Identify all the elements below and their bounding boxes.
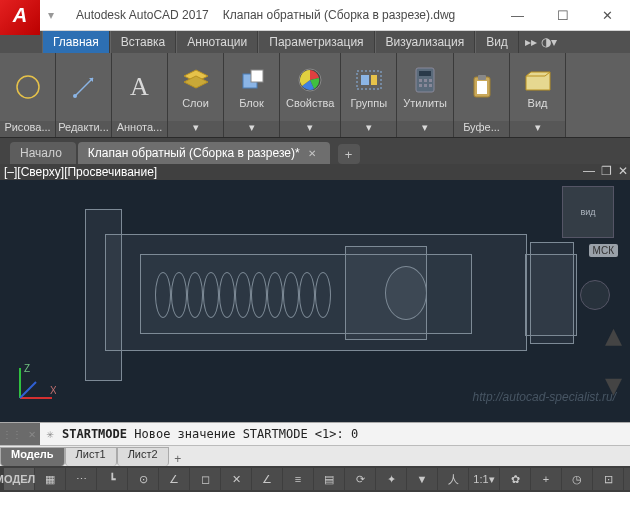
maximize-button[interactable]: ☐ [540, 1, 585, 30]
svg-line-1 [75, 78, 93, 96]
status-gear-icon[interactable]: ✿ [500, 468, 530, 490]
status-iso-icon[interactable]: ∠ [159, 468, 189, 490]
file-tab-drawing[interactable]: Клапан обратный (Сборка в разрезе)*✕ [78, 142, 330, 164]
tab-home[interactable]: Главная [42, 31, 110, 53]
status-ws-icon[interactable]: + [531, 468, 561, 490]
svg-point-3 [73, 94, 77, 98]
panel-groups: Группы ▾ [341, 53, 397, 137]
status-snap-icon[interactable]: ⋯ [66, 468, 96, 490]
status-3dosnap-icon[interactable]: ✕ [221, 468, 251, 490]
tab-insert[interactable]: Вставка [110, 31, 177, 53]
layout-tab-add[interactable]: + [169, 452, 187, 466]
panel-utilities: Утилиты ▾ [397, 53, 454, 137]
quick-access-toolbar: ▾ [48, 8, 62, 22]
svg-rect-19 [429, 84, 432, 87]
properties-button[interactable]: Свойства [282, 63, 338, 111]
draw-circle-button[interactable] [9, 70, 47, 104]
wcs-label[interactable]: МСК [589, 244, 618, 257]
svg-text:Z: Z [24, 363, 30, 374]
minimize-button[interactable]: — [495, 1, 540, 30]
ucs-icon[interactable]: X Z [10, 362, 56, 408]
panel-modify: Редакти... [56, 53, 112, 137]
layout-tab-model[interactable]: Модель [0, 447, 65, 466]
ribbon-tabs: Главная Вставка Аннотации Параметризация… [0, 31, 630, 53]
layout-tab-sheet1[interactable]: Лист1 [65, 447, 117, 466]
status-polar-icon[interactable]: ⊙ [128, 468, 158, 490]
cmd-drag-handle-icon[interactable]: ⋮⋮ [0, 423, 24, 445]
ribbon-collapse-icon[interactable]: ◑▾ [541, 35, 557, 49]
svg-rect-14 [419, 79, 422, 82]
vp-minimize-icon[interactable]: — [583, 164, 595, 178]
svg-line-27 [20, 382, 36, 398]
svg-rect-16 [429, 79, 432, 82]
svg-rect-21 [478, 75, 486, 80]
tab-parametric[interactable]: Параметризация [258, 31, 374, 53]
svg-rect-13 [419, 71, 431, 76]
nav-up-icon[interactable]: ▴ [605, 314, 622, 354]
file-tab-add[interactable]: + [338, 144, 360, 164]
drawing-content [45, 194, 585, 384]
status-otrack-icon[interactable]: ∠ [252, 468, 282, 490]
watermark: http://autocad-specialist.ru/ [473, 390, 616, 404]
svg-rect-11 [371, 75, 377, 85]
svg-rect-10 [361, 75, 369, 85]
svg-rect-18 [424, 84, 427, 87]
panel-clipboard: Буфе... [454, 53, 510, 137]
status-lwt-icon[interactable]: ≡ [283, 468, 313, 490]
status-transparency-icon[interactable]: ▤ [314, 468, 344, 490]
svg-point-0 [17, 76, 39, 98]
app-logo[interactable]: A [0, 0, 40, 35]
status-grid-icon[interactable]: ▦ [35, 468, 65, 490]
groups-button[interactable]: Группы [346, 63, 391, 111]
file-tab-start[interactable]: Начало [10, 142, 76, 164]
status-filter-icon[interactable]: ▼ [407, 468, 437, 490]
command-line[interactable]: ⋮⋮ ✕ ✳ STARTMODE Новое значение STARTMOD… [0, 422, 630, 445]
layout-tab-sheet2[interactable]: Лист2 [117, 447, 169, 466]
status-annoscale-icon[interactable]: 人 [438, 468, 468, 490]
modify-button[interactable] [65, 70, 103, 104]
clipboard-button[interactable] [463, 70, 501, 104]
vp-close-icon[interactable]: ✕ [618, 164, 628, 178]
status-gizmo-icon[interactable]: ✦ [376, 468, 406, 490]
status-osnap-icon[interactable]: ◻ [190, 468, 220, 490]
ribbon: Рисова... Редакти... A Аннота... Слои ▾ … [0, 53, 630, 138]
tab-annotate[interactable]: Аннотации [176, 31, 258, 53]
svg-text:X: X [50, 385, 56, 396]
status-units-icon[interactable]: ⊡ [593, 468, 623, 490]
svg-rect-7 [251, 70, 263, 82]
svg-rect-15 [424, 79, 427, 82]
text-button[interactable]: A [121, 70, 159, 104]
status-bar: МОДЕЛЬ ▦ ⋯ ┗ ⊙ ∠ ◻ ✕ ∠ ≡ ▤ ⟳ ✦ ▼ 人 1:1 ▾… [0, 466, 630, 492]
close-button[interactable]: ✕ [585, 1, 630, 30]
vp-restore-icon[interactable]: ❐ [601, 164, 612, 178]
status-qp-icon[interactable]: ▭ [624, 468, 630, 490]
qat-dropdown-icon[interactable]: ▾ [48, 8, 62, 22]
utilities-button[interactable]: Утилиты [399, 63, 451, 111]
panel-block: Блок ▾ [224, 53, 280, 137]
cmd-close-icon[interactable]: ✕ [24, 423, 40, 445]
panel-view: Вид ▾ [510, 53, 566, 137]
drawing-viewport[interactable]: [–][Сверху][Просвечивание] — ❐ ✕ вид МСК… [0, 164, 630, 422]
command-text[interactable]: STARTMODE Новое значение STARTMODE <1>: … [60, 427, 630, 441]
tab-visualize[interactable]: Визуализация [375, 31, 476, 53]
view-button[interactable]: Вид [519, 63, 557, 111]
status-ortho-icon[interactable]: ┗ [97, 468, 127, 490]
svg-rect-22 [477, 81, 487, 94]
status-model-button[interactable]: МОДЕЛЬ [4, 468, 34, 490]
status-annomon-icon[interactable]: ◷ [562, 468, 592, 490]
title-bar: A ▾ Autodesk AutoCAD 2017Клапан обратный… [0, 0, 630, 31]
tab-view[interactable]: Вид [475, 31, 519, 53]
file-tabs: Начало Клапан обратный (Сборка в разрезе… [0, 138, 630, 164]
layout-tabs: Модель Лист1 Лист2 + [0, 445, 630, 466]
cmd-prompt-icon: ✳ [40, 427, 60, 441]
panel-draw: Рисова... [0, 53, 56, 137]
panel-annotation: A Аннота... [112, 53, 168, 137]
panel-layers: Слои ▾ [168, 53, 224, 137]
status-cycle-icon[interactable]: ⟳ [345, 468, 375, 490]
viewport-label[interactable]: [–][Сверху][Просвечивание] [0, 164, 630, 180]
play-icon[interactable]: ▸▸ [525, 35, 537, 49]
block-button[interactable]: Блок [233, 63, 271, 111]
layers-button[interactable]: Слои [177, 63, 215, 111]
close-icon[interactable]: ✕ [308, 148, 316, 159]
status-scale-button[interactable]: 1:1 ▾ [469, 468, 499, 490]
